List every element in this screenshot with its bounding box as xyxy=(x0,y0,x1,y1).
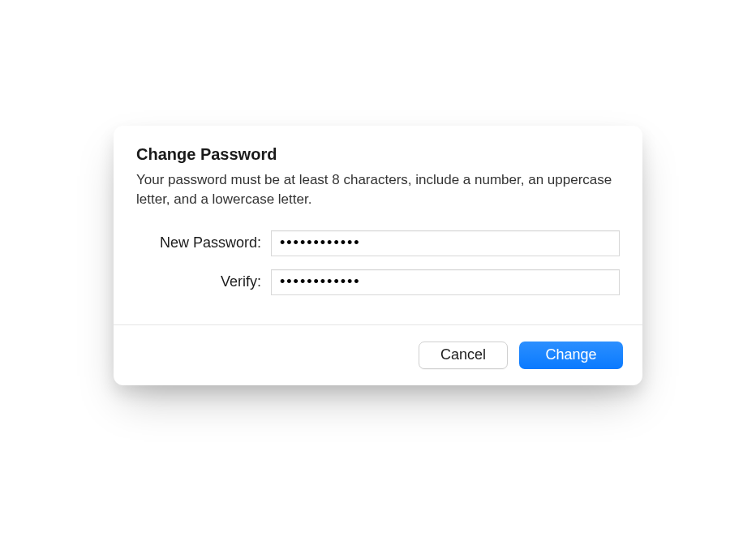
change-button[interactable]: Change xyxy=(519,342,623,369)
verify-password-input[interactable] xyxy=(271,269,620,295)
new-password-input[interactable] xyxy=(271,230,620,256)
dialog-description: Your password must be at least 8 charact… xyxy=(136,170,620,209)
change-password-dialog: Change Password Your password must be at… xyxy=(114,126,642,385)
dialog-footer: Cancel Change xyxy=(114,324,642,385)
page-container: Change Password Your password must be at… xyxy=(0,0,756,537)
verify-password-label: Verify: xyxy=(136,273,271,290)
dialog-content: Change Password Your password must be at… xyxy=(114,126,642,324)
new-password-label: New Password: xyxy=(136,234,271,251)
cancel-button[interactable]: Cancel xyxy=(419,342,508,369)
new-password-row: New Password: xyxy=(136,230,620,256)
verify-password-row: Verify: xyxy=(136,269,620,295)
dialog-title: Change Password xyxy=(136,145,620,164)
